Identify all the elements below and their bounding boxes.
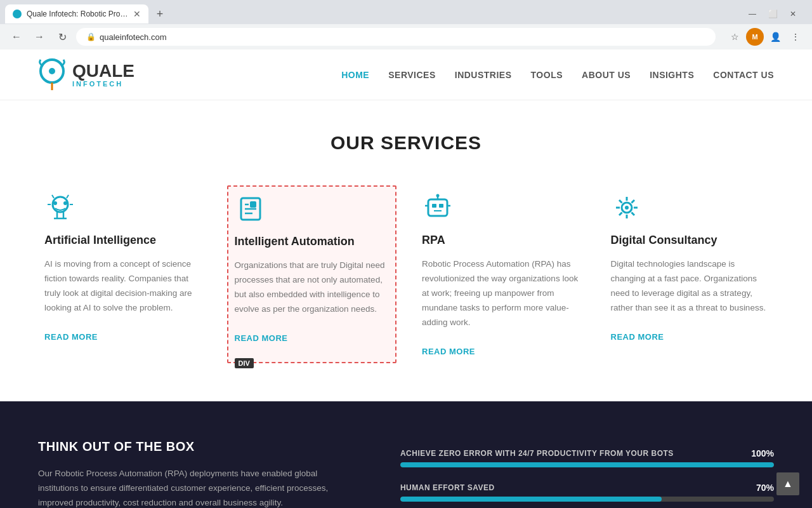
ai-read-more[interactable]: READ MORE: [44, 332, 98, 342]
svg-line-7: [67, 195, 69, 198]
svg-point-4: [53, 201, 57, 205]
ia-desc: Organizations that are truly Digital nee…: [235, 258, 390, 317]
logo-icon: [38, 57, 70, 92]
browser-window: Quale Infotech: Robotic Process... ✕ + —…: [0, 0, 812, 50]
nav-tools[interactable]: TOOLS: [531, 70, 563, 80]
stat-row-2: HUMAN EFFORT SAVED 70%: [400, 483, 774, 502]
stat-value-1: 100%: [751, 448, 774, 458]
nav-industries[interactable]: INDUSTRIES: [455, 70, 512, 80]
svg-line-30: [619, 200, 622, 203]
div-badge: DIV: [235, 358, 254, 368]
rpa-icon: [422, 192, 454, 224]
maximize-button[interactable]: ⬜: [764, 5, 782, 23]
scroll-up-button[interactable]: ▲: [776, 472, 799, 495]
svg-point-1: [49, 68, 55, 74]
svg-rect-17: [432, 204, 436, 208]
service-card-dc: Digital Consultancy Digital technologies…: [605, 185, 775, 363]
tab-title: Quale Infotech: Robotic Process...: [27, 10, 128, 18]
svg-rect-16: [428, 199, 447, 216]
forward-button[interactable]: →: [30, 28, 48, 46]
lock-icon: 🔒: [86, 32, 96, 41]
profile-button[interactable]: 👤: [766, 28, 784, 46]
menu-button[interactable]: ⋮: [787, 28, 804, 46]
tab-close-button[interactable]: ✕: [133, 9, 141, 19]
services-grid: Artificial Intelligence AI is moving fro…: [38, 185, 774, 363]
ai-title: Artificial Intelligence: [44, 234, 202, 247]
service-card-ia: Intelligent Automation Organizations tha…: [227, 185, 397, 363]
rpa-title: RPA: [422, 234, 579, 247]
rpa-desc: Robotic Process Automation (RPA) has rev…: [422, 257, 579, 330]
svg-line-31: [631, 213, 634, 216]
svg-point-5: [63, 201, 67, 205]
dark-title: THINK OUT OF THE BOX: [38, 439, 350, 454]
progress-bar-fill-2: [400, 497, 662, 502]
progress-bar-fill-1: [400, 462, 774, 467]
dark-left: THINK OUT OF THE BOX Our Robotic Process…: [38, 439, 350, 508]
svg-line-32: [631, 200, 634, 203]
browser-tab[interactable]: Quale Infotech: Robotic Process... ✕: [5, 4, 148, 23]
svg-line-33: [619, 213, 622, 216]
new-tab-button[interactable]: +: [151, 5, 169, 23]
services-section: OUR SERVICES: [0, 100, 812, 401]
close-button[interactable]: ✕: [784, 5, 802, 23]
extension-button[interactable]: M: [746, 28, 764, 46]
stat-label-2: HUMAN EFFORT SAVED: [400, 483, 495, 492]
nav-insights[interactable]: INSIGHTS: [650, 70, 694, 80]
browser-actions: ☆ M 👤 ⋮: [726, 28, 804, 46]
nav-services[interactable]: SERVICES: [388, 70, 436, 80]
svg-line-6: [52, 195, 54, 198]
site-header: QUALE INFOTECH HOME SERVICES INDUSTRIES …: [0, 50, 812, 100]
service-card-ai: Artificial Intelligence AI is moving fro…: [38, 185, 208, 363]
dc-title: Digital Consultancy: [611, 234, 768, 247]
minimize-button[interactable]: —: [743, 5, 761, 23]
dark-stats: ACHIEVE ZERO ERROR WITH 24/7 PRODUCTIVIT…: [400, 439, 774, 508]
stat-header-2: HUMAN EFFORT SAVED 70%: [400, 483, 774, 493]
logo[interactable]: QUALE INFOTECH: [38, 57, 134, 92]
svg-rect-18: [439, 204, 443, 208]
website: QUALE INFOTECH HOME SERVICES INDUSTRIES …: [0, 50, 812, 508]
logo-quale-text: QUALE: [72, 62, 134, 80]
ia-icon: [235, 193, 266, 225]
dark-desc: Our Robotic Process Automation (RPA) dep…: [38, 467, 350, 508]
nav-about-us[interactable]: ABOUT US: [582, 70, 631, 80]
bookmark-button[interactable]: ☆: [726, 28, 743, 46]
tab-favicon: [13, 10, 22, 18]
logo-infotech-text: INFOTECH: [72, 80, 134, 88]
window-controls: — ⬜ ✕: [743, 5, 807, 23]
website-wrapper: QUALE INFOTECH HOME SERVICES INDUSTRIES …: [0, 50, 812, 508]
url-text: qualeinfotech.com: [100, 32, 167, 42]
progress-bar-bg-1: [400, 462, 774, 467]
nav-contact-us[interactable]: CONTACT US: [713, 70, 774, 80]
service-card-rpa: RPA Robotic Process Automation (RPA) has…: [416, 185, 586, 363]
address-bar: ← → ↻ 🔒 qualeinfotech.com ☆ M 👤 ⋮: [0, 24, 812, 50]
services-title: OUR SERVICES: [38, 132, 774, 154]
ai-icon: [44, 192, 76, 224]
progress-bar-bg-2: [400, 497, 774, 502]
stat-value-2: 70%: [756, 483, 774, 493]
svg-point-25: [625, 206, 629, 210]
logo-text: QUALE INFOTECH: [72, 62, 134, 88]
ai-desc: AI is moving from a concept of science f…: [44, 257, 202, 316]
ia-read-more[interactable]: READ MORE: [235, 333, 288, 343]
nav-home[interactable]: HOME: [341, 70, 369, 80]
dc-read-more[interactable]: READ MORE: [611, 332, 664, 342]
dc-icon: [611, 192, 643, 224]
dark-section: THINK OUT OF THE BOX Our Robotic Process…: [0, 401, 812, 508]
stat-row-1: ACHIEVE ZERO ERROR WITH 24/7 PRODUCTIVIT…: [400, 448, 774, 467]
refresh-button[interactable]: ↻: [53, 28, 71, 46]
rpa-read-more[interactable]: READ MORE: [422, 347, 475, 356]
back-button[interactable]: ←: [8, 28, 25, 46]
stat-label-1: ACHIEVE ZERO ERROR WITH 24/7 PRODUCTIVIT…: [400, 449, 674, 458]
stat-header-1: ACHIEVE ZERO ERROR WITH 24/7 PRODUCTIVIT…: [400, 448, 774, 458]
url-bar[interactable]: 🔒 qualeinfotech.com: [76, 28, 716, 46]
svg-point-21: [436, 194, 440, 197]
svg-rect-15: [250, 201, 256, 208]
ia-title: Intelligent Automation: [235, 235, 390, 248]
site-nav: HOME SERVICES INDUSTRIES TOOLS ABOUT US …: [341, 70, 774, 80]
dc-desc: Digital technologies landscape is changi…: [611, 257, 768, 316]
